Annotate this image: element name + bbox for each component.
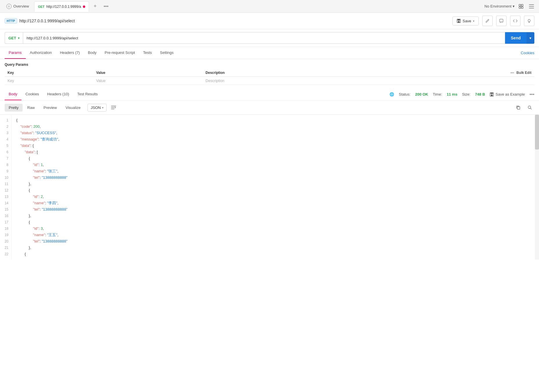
tab-tests[interactable]: Tests [139, 47, 156, 59]
save-label: Save [462, 19, 471, 23]
scrollbar-thumb[interactable] [535, 115, 539, 149]
code-actions [513, 103, 534, 112]
bulk-edit-button[interactable]: Bulk Edit [516, 71, 531, 75]
tab-unsaved-dot [83, 6, 85, 8]
status-label: Status: [399, 92, 410, 96]
add-tab-button[interactable]: + [91, 2, 99, 10]
response-more-button[interactable]: ••• [529, 92, 534, 97]
tab-headers[interactable]: Headers (7) [56, 47, 84, 59]
tab-body[interactable]: Body [84, 47, 101, 59]
http-badge-label: HTTP [7, 19, 15, 23]
json-line-2: "code": 200, [16, 123, 534, 130]
top-bar: ⊙ Overview GET http://127.0.0.1:9999/a +… [0, 0, 539, 13]
json-line-3: "status": "SUCCESS", [16, 130, 534, 136]
right-sidebar-icon[interactable] [527, 2, 536, 10]
tab-pre-request[interactable]: Pre-request Script [101, 47, 139, 59]
line-num-19: 19 [0, 232, 11, 238]
workspace-icon[interactable] [517, 2, 525, 10]
json-line-10: "tel": "13888888888" [16, 174, 534, 181]
line-num-17: 17 [0, 219, 11, 225]
svg-rect-6 [458, 21, 460, 23]
svg-point-13 [528, 106, 531, 109]
more-tabs-button[interactable]: ••• [101, 3, 111, 10]
tab-method: GET [38, 5, 45, 8]
json-line-21: }, [16, 245, 534, 251]
resp-tab-test-results[interactable]: Test Results [73, 88, 102, 100]
globe-icon: 🌐 [389, 92, 394, 96]
cookies-link[interactable]: Cookies [521, 51, 534, 55]
code-tab-visualize[interactable]: Visualize [61, 104, 85, 112]
response-status: 🌐 Status: 200 OK Time: 11 ms Size: 748 B… [389, 92, 534, 97]
line-num-15: 15 [0, 206, 11, 213]
send-button[interactable]: Send [505, 32, 527, 44]
code-tab-preview[interactable]: Preview [39, 104, 61, 112]
line-num-12: 12 [0, 187, 11, 194]
tab-settings[interactable]: Settings [156, 47, 178, 59]
format-select[interactable]: JSON ▾ [88, 104, 107, 112]
scrollbar-area[interactable] [535, 115, 539, 260]
line-num-4: 4 [0, 136, 11, 143]
save-as-example-button[interactable]: Save as Example [490, 92, 525, 96]
overview-icon: ⊙ [6, 4, 12, 9]
bulk-edit-area: ••• Bulk Edit [510, 71, 531, 75]
comment-icon-button[interactable] [496, 16, 507, 26]
url-bar: GET ▾ Send ▾ [0, 29, 539, 47]
url-input[interactable] [23, 32, 505, 44]
right-env-area: No Environment ▾ [485, 2, 536, 10]
edit-icon-button[interactable] [482, 16, 493, 26]
method-chevron: ▾ [18, 37, 19, 40]
json-line-9: "name": "张三", [16, 168, 534, 174]
line-num-2: 2 [0, 123, 11, 130]
desc-input-cell[interactable]: Description [203, 77, 534, 85]
bulb-icon-button[interactable] [524, 16, 534, 26]
json-viewer: 1 2 3 4 5 6 7 8 9 10 11 12 13 14 15 16 1… [0, 115, 539, 260]
json-line-17: { [16, 219, 534, 225]
col-description: Description ••• Bulk Edit [203, 69, 534, 77]
search-button[interactable] [525, 103, 534, 112]
line-num-3: 3 [0, 130, 11, 136]
json-line-22: { [16, 251, 534, 257]
line-num-9: 9 [0, 168, 11, 174]
params-row-empty: Key Value Description [5, 77, 534, 85]
json-line-5: "data": { [16, 143, 534, 149]
resp-tab-headers[interactable]: Headers (10) [43, 88, 73, 100]
tab-authorization[interactable]: Authorization [26, 47, 56, 59]
status-code: 200 OK [415, 92, 428, 96]
svg-rect-1 [521, 4, 523, 6]
overview-button[interactable]: ⊙ Overview [3, 2, 32, 11]
value-input-cell[interactable]: Value [93, 77, 203, 85]
json-line-11: }, [16, 181, 534, 187]
svg-rect-2 [519, 7, 521, 8]
resp-tab-cookies[interactable]: Cookies [21, 88, 43, 100]
svg-rect-3 [521, 7, 523, 8]
col-value: Value [93, 69, 203, 77]
copy-button[interactable] [513, 103, 523, 112]
send-dropdown[interactable]: ▾ [527, 32, 534, 44]
wrap-button[interactable] [109, 103, 118, 112]
line-num-5: 5 [0, 143, 11, 149]
method-select[interactable]: GET ▾ [5, 32, 23, 44]
json-line-18: "id": 3, [16, 225, 534, 232]
json-line-19: "name": "王五", [16, 232, 534, 238]
key-input-cell[interactable]: Key [5, 77, 93, 85]
line-num-1: 1 [0, 117, 11, 123]
active-tab[interactable]: GET http://127.0.0.1:9999/a [34, 1, 89, 12]
code-icon-button[interactable] [510, 16, 520, 26]
size-label: Size: [462, 92, 470, 96]
code-tab-pretty[interactable]: Pretty [5, 104, 23, 112]
line-num-8: 8 [0, 162, 11, 168]
line-num-7: 7 [0, 155, 11, 162]
svg-point-8 [528, 19, 530, 22]
save-chevron: ▾ [473, 19, 474, 23]
environment-select[interactable]: No Environment ▾ [485, 4, 515, 8]
request-title-url: http://127.0.0.1:9999/api/select [19, 19, 450, 23]
line-num-6: 6 [0, 149, 11, 155]
tab-params[interactable]: Params [5, 47, 26, 59]
resp-tab-body[interactable]: Body [5, 88, 21, 100]
save-main-button[interactable]: Save ▾ [453, 17, 478, 25]
request-tabs: Params Authorization Headers (7) Body Pr… [0, 47, 539, 59]
json-content[interactable]: { "code": 200, "status": "SUCCESS", "mes… [12, 115, 539, 260]
query-params-title: Query Params [5, 63, 534, 67]
line-num-20: 20 [0, 238, 11, 245]
code-tab-raw[interactable]: Raw [23, 104, 39, 112]
